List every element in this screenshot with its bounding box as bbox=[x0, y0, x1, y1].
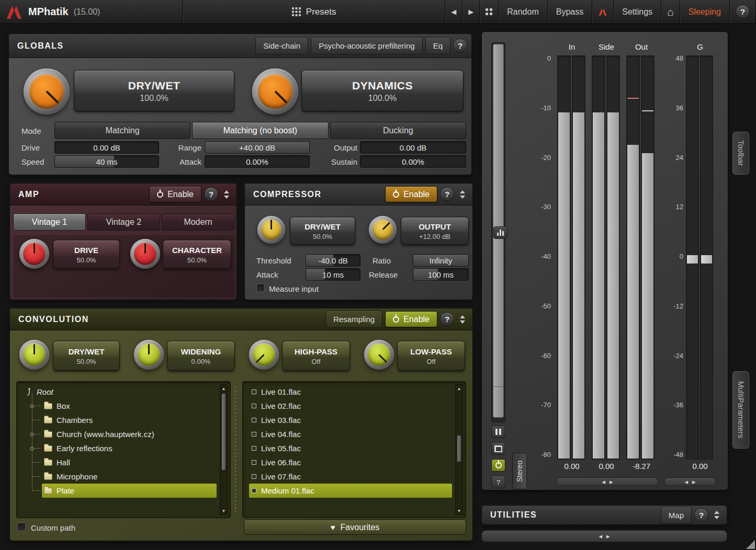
convolution-help-button[interactable]: ? bbox=[440, 312, 454, 326]
comp-attack-field[interactable]: 10 ms bbox=[306, 268, 360, 281]
attack-field[interactable]: 0.00% bbox=[205, 155, 310, 168]
splitter-handle[interactable] bbox=[233, 387, 238, 512]
previous-preset-button[interactable]: ◀ bbox=[445, 0, 462, 24]
sidechain-button[interactable]: Side-chain bbox=[255, 37, 308, 54]
compressor-enable-button[interactable]: Enable bbox=[385, 186, 437, 202]
pan-left-icon[interactable]: ◂ bbox=[602, 478, 605, 486]
globals-help-button[interactable]: ? bbox=[453, 39, 467, 53]
tree-item-microphone[interactable]: Microphone bbox=[17, 469, 230, 484]
sustain-field[interactable]: 0.00% bbox=[360, 155, 466, 168]
amp-drive-knob[interactable] bbox=[19, 239, 49, 269]
file-scroll-thumb[interactable] bbox=[457, 435, 461, 462]
favourites-button[interactable]: ♥ Favourites bbox=[244, 520, 466, 535]
file-item[interactable]: Live 01.flac bbox=[249, 385, 452, 399]
meter-pause-button[interactable] bbox=[491, 426, 505, 438]
gain-pan-scrollbar[interactable]: ◂▸ bbox=[664, 477, 716, 486]
presets-button[interactable]: Presets bbox=[183, 0, 445, 24]
amp-drive-value-button[interactable]: DRIVE 50.0% bbox=[53, 240, 120, 269]
map-button[interactable]: Map bbox=[661, 507, 692, 524]
meter-popup-button[interactable] bbox=[491, 442, 505, 455]
alert-button[interactable] bbox=[592, 0, 614, 24]
next-preset-button[interactable]: ▶ bbox=[462, 0, 480, 24]
tree-item-early-reflections[interactable]: Early reflections bbox=[17, 441, 230, 455]
mode-option-matching-no-boost[interactable]: Matching (no boost) bbox=[192, 122, 328, 139]
multiparameters-tab[interactable]: MultiParameters bbox=[732, 371, 749, 449]
compressor-output-knob[interactable] bbox=[369, 216, 397, 244]
meter-enable-button[interactable] bbox=[491, 459, 505, 472]
amp-collapse-button[interactable] bbox=[221, 187, 232, 202]
settings-button[interactable]: Settings bbox=[614, 0, 661, 24]
ratio-field[interactable]: Infinity bbox=[413, 254, 469, 267]
dynamics-value-button[interactable]: DYNAMICS 100.0% bbox=[301, 70, 464, 112]
speed-field[interactable]: 40 ms bbox=[54, 155, 159, 168]
convolution-enable-button[interactable]: Enable bbox=[385, 311, 437, 327]
release-field[interactable]: 100 ms bbox=[413, 268, 469, 281]
resize-grip[interactable] bbox=[746, 540, 755, 549]
file-item[interactable]: Live 06.flac bbox=[249, 455, 452, 469]
bottom-scrollbar[interactable]: ◂▸ bbox=[481, 530, 727, 542]
pan-right-icon[interactable]: ▸ bbox=[606, 532, 610, 540]
custom-path-checkbox[interactable] bbox=[17, 523, 26, 531]
resampling-button[interactable]: Resampling bbox=[325, 311, 382, 328]
expander-icon[interactable] bbox=[30, 404, 34, 408]
compressor-collapse-button[interactable] bbox=[457, 187, 468, 202]
mode-option-ducking[interactable]: Ducking bbox=[330, 122, 466, 139]
expander-icon[interactable] bbox=[30, 446, 34, 450]
widening-knob[interactable] bbox=[134, 340, 164, 370]
tab-modern[interactable]: Modern bbox=[162, 213, 234, 231]
tree-item-box[interactable]: Box bbox=[17, 399, 230, 413]
amp-enable-button[interactable]: Enable bbox=[149, 186, 201, 202]
channel-mode-button[interactable]: Stereo bbox=[512, 453, 527, 489]
scroll-down-icon[interactable]: ▼ bbox=[220, 507, 227, 514]
compressor-drywet-value-button[interactable]: DRY/WET 50.0% bbox=[290, 217, 355, 245]
tree-item-chambers[interactable]: Chambers bbox=[17, 413, 230, 427]
psychoacoustic-button[interactable]: Psycho-acoustic prefiltering bbox=[311, 37, 422, 54]
highpass-value-button[interactable]: HIGH-PASS Off bbox=[282, 341, 350, 371]
bypass-button[interactable]: Bypass bbox=[548, 0, 592, 24]
scroll-up-icon[interactable]: ▲ bbox=[456, 385, 462, 392]
sleeping-button[interactable]: Sleeping bbox=[680, 0, 730, 24]
help-button[interactable]: ? bbox=[730, 0, 756, 24]
widening-value-button[interactable]: WIDENING 0.00% bbox=[167, 341, 235, 371]
eq-button[interactable]: Eq bbox=[425, 37, 450, 54]
tree-item-church[interactable]: Church (www.hauptwerk.cz) bbox=[17, 427, 230, 441]
dynamics-knob[interactable] bbox=[252, 68, 298, 114]
pan-left-icon[interactable]: ◂ bbox=[684, 478, 688, 486]
convolution-collapse-button[interactable] bbox=[457, 312, 468, 327]
amp-character-value-button[interactable]: CHARACTER 50.0% bbox=[163, 240, 231, 269]
file-item[interactable]: Live 05.flac bbox=[249, 441, 452, 455]
compressor-drywet-knob[interactable] bbox=[257, 216, 285, 244]
conv-drywet-value-button[interactable]: DRY/WET 50.0% bbox=[53, 341, 120, 371]
output-field[interactable]: 0.00 dB bbox=[360, 141, 466, 154]
tree-scrollbar[interactable]: ▲ ▼ bbox=[220, 384, 228, 515]
range-field[interactable]: +40.00 dB bbox=[205, 141, 310, 154]
file-item[interactable]: Live 03.flac bbox=[249, 413, 452, 427]
tab-vintage2[interactable]: Vintage 2 bbox=[87, 213, 160, 231]
pan-right-icon[interactable]: ▸ bbox=[692, 478, 696, 486]
tree-item-root[interactable]: Root bbox=[17, 385, 230, 399]
mode-option-matching[interactable]: Matching bbox=[54, 122, 190, 139]
utilities-help-button[interactable]: ? bbox=[694, 508, 708, 522]
measure-input-checkbox[interactable] bbox=[256, 284, 265, 292]
meter-pan-scrollbar[interactable]: ◂▸ bbox=[556, 477, 659, 486]
home-button[interactable]: ⌂ bbox=[661, 0, 680, 24]
drive-field[interactable]: 0.00 dB bbox=[54, 141, 159, 154]
lowpass-value-button[interactable]: LOW-PASS Off bbox=[397, 341, 465, 371]
threshold-field[interactable]: -40.0 dB bbox=[306, 254, 360, 267]
global-drywet-knob[interactable] bbox=[24, 68, 70, 114]
file-item[interactable]: Live 02.flac bbox=[249, 399, 452, 413]
pan-left-icon[interactable]: ◂ bbox=[599, 532, 602, 540]
file-item[interactable]: Live 04.flac bbox=[249, 427, 452, 441]
lowpass-knob[interactable] bbox=[364, 340, 394, 370]
compressor-output-value-button[interactable]: OUTPUT +12.00 dB bbox=[401, 217, 469, 245]
meter-help-button[interactable]: ? bbox=[491, 476, 505, 488]
file-item[interactable]: Live 07.flac bbox=[249, 469, 452, 484]
pan-right-icon[interactable]: ▸ bbox=[610, 478, 613, 486]
file-list-scrollbar[interactable]: ▲ ▼ bbox=[455, 384, 463, 515]
file-item-selected[interactable]: Medium 01.flac bbox=[249, 484, 452, 498]
global-drywet-value-button[interactable]: DRY/WET 100.0% bbox=[74, 70, 234, 112]
toolbar-tab[interactable]: Toolbar bbox=[732, 132, 749, 175]
expander-icon[interactable] bbox=[30, 432, 34, 436]
random-button[interactable]: Random bbox=[499, 0, 547, 24]
scroll-down-icon[interactable]: ▼ bbox=[456, 507, 462, 514]
